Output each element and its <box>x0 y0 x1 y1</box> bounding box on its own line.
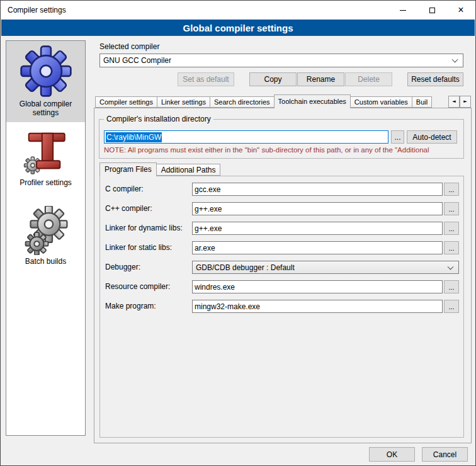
tab-search-directories[interactable]: Search directories <box>210 96 275 108</box>
resource-compiler-label: Resource compiler: <box>105 280 170 293</box>
dialog-header-title: Global compiler settings <box>1 20 475 36</box>
sidebar-item-label: Profiler settings <box>20 178 72 187</box>
resource-compiler-browse-button[interactable]: ... <box>444 280 459 293</box>
subtab-additional-paths[interactable]: Additional Paths <box>156 164 221 176</box>
ok-button[interactable]: OK <box>369 447 415 462</box>
installation-directory-group-title: Compiler's installation directory <box>104 115 213 123</box>
field-row-resource-compiler: Resource compiler: ... <box>99 280 464 293</box>
make-program-browse-button[interactable]: ... <box>444 300 459 313</box>
sidebar-item-global-compiler-settings[interactable]: Global compiler settings <box>6 41 85 122</box>
static-linker-label: Linker for static libs: <box>105 241 172 254</box>
dynamic-linker-browse-button[interactable]: ... <box>444 222 459 235</box>
sidebar-item-profiler-settings[interactable]: Profiler settings <box>6 127 85 192</box>
resource-compiler-input[interactable] <box>192 280 443 293</box>
selected-compiler-label: Selected compiler <box>99 42 159 51</box>
set-as-default-button[interactable]: Set as default <box>178 72 234 86</box>
field-row-debugger: Debugger: GDB/CDB debugger : Default <box>99 261 464 274</box>
make-program-label: Make program: <box>105 300 156 313</box>
main-tab-strip: Compiler settings Linker settings Search… <box>95 94 448 108</box>
static-linker-input[interactable] <box>192 241 443 254</box>
installation-directory-browse-button[interactable]: ... <box>391 130 404 144</box>
c-compiler-input[interactable] <box>192 183 443 196</box>
field-row-dynamic-linker: Linker for dynamic libs: ... <box>99 222 464 235</box>
sidebar-item-batch-builds[interactable]: Batch builds <box>6 202 85 271</box>
installation-directory-selected-text: C:\raylib\MinGW <box>106 132 162 142</box>
cpp-compiler-browse-button[interactable]: ... <box>444 202 459 215</box>
field-row-make-program: Make program: ... <box>99 300 464 313</box>
settings-category-list: Global compiler settings <box>6 40 86 436</box>
chevron-down-icon <box>452 57 458 63</box>
minimize-button[interactable] <box>388 1 417 20</box>
caption-buttons: × <box>388 1 475 20</box>
c-compiler-browse-button[interactable]: ... <box>444 183 459 196</box>
reset-defaults-button[interactable]: Reset defaults <box>407 72 463 86</box>
c-compiler-label: C compiler: <box>105 183 144 196</box>
subtab-program-files[interactable]: Program Files <box>99 162 157 176</box>
installation-directory-input[interactable]: C:\raylib\MinGW <box>104 130 388 144</box>
program-files-tab-strip: Program Files Additional Paths <box>99 162 220 176</box>
arrow-left-icon: ◄ <box>452 99 455 104</box>
maximize-button[interactable] <box>417 1 446 20</box>
titlebar: Compiler settings × <box>1 1 475 20</box>
auto-detect-button[interactable]: Auto-detect <box>407 130 457 144</box>
selected-compiler-value: GNU GCC Compiler <box>100 56 171 65</box>
chevron-down-icon <box>448 263 454 270</box>
copy-button[interactable]: Copy <box>249 72 297 86</box>
batch-builds-gears-icon <box>21 206 71 255</box>
make-program-input[interactable] <box>192 300 443 313</box>
cpp-compiler-label: C++ compiler: <box>105 202 152 215</box>
sidebar-item-label: Global compiler settings <box>8 99 83 117</box>
global-compiler-gear-icon <box>20 45 72 98</box>
tab-compiler-settings[interactable]: Compiler settings <box>95 96 157 108</box>
tab-scroll-left-button[interactable]: ◄ <box>448 96 460 108</box>
tab-build-options-truncated[interactable]: Buil <box>412 96 432 108</box>
debugger-label: Debugger: <box>105 261 140 274</box>
close-button[interactable]: × <box>446 1 475 20</box>
tab-linker-settings[interactable]: Linker settings <box>157 96 210 108</box>
static-linker-browse-button[interactable]: ... <box>444 241 459 254</box>
close-icon: × <box>458 5 463 15</box>
minimize-icon <box>400 10 406 11</box>
dynamic-linker-input[interactable] <box>192 222 443 235</box>
rename-button[interactable]: Rename <box>297 72 344 86</box>
selected-compiler-dropdown[interactable]: GNU GCC Compiler <box>99 54 463 67</box>
tab-toolchain-executables[interactable]: Toolchain executables <box>274 94 351 108</box>
field-row-c-compiler: C compiler: ... <box>99 183 464 196</box>
compiler-settings-dialog: Compiler settings × Global compiler sett… <box>0 0 476 466</box>
cpp-compiler-input[interactable] <box>192 202 443 215</box>
profiler-icon <box>21 131 71 176</box>
dynamic-linker-label: Linker for dynamic libs: <box>105 222 183 235</box>
bin-subdirectory-note: NOTE: All programs must exist either in … <box>104 146 462 154</box>
field-row-cpp-compiler: C++ compiler: ... <box>99 202 464 215</box>
debugger-value: GDB/CDB debugger : Default <box>193 263 295 272</box>
maximize-icon <box>429 8 435 13</box>
tab-custom-variables[interactable]: Custom variables <box>350 96 412 108</box>
cancel-button[interactable]: Cancel <box>422 447 468 462</box>
tab-scroll-right-button[interactable]: ► <box>460 96 471 108</box>
arrow-right-icon: ► <box>463 99 467 104</box>
debugger-dropdown[interactable]: GDB/CDB debugger : Default <box>192 261 459 274</box>
field-row-static-linker: Linker for static libs: ... <box>99 241 464 254</box>
window-title: Compiler settings <box>1 6 66 14</box>
delete-button[interactable]: Delete <box>345 72 392 86</box>
sidebar-item-label: Batch builds <box>25 257 66 266</box>
